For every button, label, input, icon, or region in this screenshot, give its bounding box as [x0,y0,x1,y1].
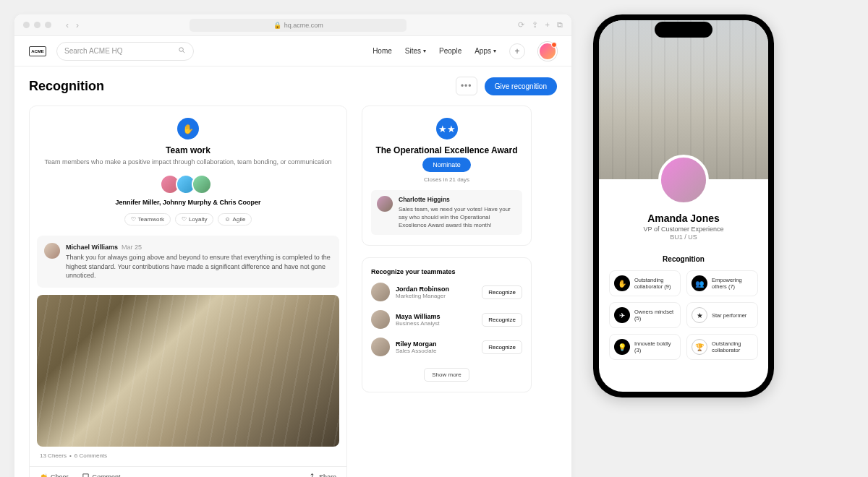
search-input[interactable]: Search ACME HQ [56,42,194,61]
teammate-row: Maya Williams Business Analyst Recognize [371,310,522,329]
profile-avatar[interactable] [658,155,709,205]
tabs-icon[interactable]: ⧉ [557,20,563,30]
quote-author[interactable]: Charlotte Higgins [399,196,516,205]
chrome-controls: ⟳ ⇪ + ⧉ [518,20,563,30]
recognize-button[interactable]: Recognize [482,313,522,327]
cheer-button[interactable]: 👏 Cheer [40,473,69,477]
maximize-light[interactable] [45,22,51,28]
notification-dot [551,42,557,48]
app-header: ACME Search ACME HQ Home Sites▾ People A… [14,36,571,66]
page-header: Recognition ••• Give recognition [29,77,557,95]
nav-menu: Home Sites▾ People Apps▾ + [373,42,557,61]
teamwork-badge-icon: ✋ [177,118,199,139]
chevron-down-icon: ▾ [423,48,426,54]
browser-window: ‹ › 🔒 hq.acme.com ⟳ ⇪ + ⧉ ACME Search AC… [14,14,571,477]
badge-item[interactable]: 👥Empowering others (7) [686,270,758,296]
badge-item[interactable]: 💡Innovate boldly (3) [609,334,681,360]
browser-chrome: ‹ › 🔒 hq.acme.com ⟳ ⇪ + ⧉ [14,14,571,36]
plane-icon: ✈ [614,307,630,323]
page-title: Recognition [29,79,456,94]
side-column: ★★ The Operational Excellence Award Nomi… [362,106,532,392]
comment-icon [82,473,90,477]
nav-sites[interactable]: Sites▾ [405,47,426,55]
share-icon[interactable]: ⇪ [532,20,538,30]
logo[interactable]: ACME [29,46,46,56]
award-card: ★★ The Operational Excellence Award Nomi… [362,106,532,246]
url-text: hq.acme.com [284,22,323,29]
quote-text: Sales team, we need your votes! Have you… [399,206,511,228]
avatar[interactable] [192,174,212,194]
recognize-button[interactable]: Recognize [482,340,522,354]
heart-icon: ♡ [182,216,187,223]
lock-icon: 🔒 [273,22,281,29]
comments-count[interactable]: 6 Comments [75,452,107,459]
nav-apps[interactable]: Apps▾ [475,47,496,55]
more-button[interactable]: ••• [456,77,477,95]
commenter-avatar[interactable] [44,243,60,259]
teammate-row: Riley Morgan Sales Associate Recognize [371,338,522,356]
trophy-icon: 🏆 [692,339,707,355]
bulb-icon: 💡 [614,339,630,355]
badge-item[interactable]: ★Star performer [686,302,758,328]
teammate-row: Jordan Robinson Marketing Manager Recogn… [371,283,522,301]
people-icon: 👥 [692,275,707,291]
teammate-role: Business Analyst [396,320,476,327]
give-recognition-button[interactable]: Give recognition [485,77,557,95]
reload-icon[interactable]: ⟳ [518,20,524,30]
avatar[interactable] [371,338,390,356]
phone-mockup: Amanda Jones VP of Customer Experience B… [593,14,774,398]
award-closes: Closes in 21 days [371,176,522,183]
svg-point-0 [179,48,184,52]
show-more-button[interactable]: Show more [424,368,469,382]
search-icon [178,46,186,56]
profile-avatar[interactable] [538,42,557,61]
nav-people[interactable]: People [439,47,461,55]
tag-agile[interactable]: ☺Agile [218,213,252,225]
comment-text: Thank you for always going above and bey… [66,254,331,279]
comment-button[interactable]: Comment [82,473,121,477]
tag-loyalty[interactable]: ♡Loyalty [175,213,213,225]
recognized-avatars [30,174,346,194]
forward-icon[interactable]: › [76,20,79,30]
badge-item[interactable]: ✈Owners mindset (5) [609,302,681,328]
teammate-role: Marketing Manager [396,293,476,299]
post-badge-desc: Team members who make a positive impact … [44,158,332,167]
teammate-name[interactable]: Riley Morgan [396,340,476,348]
traffic-lights [23,22,51,28]
avatar[interactable] [371,310,390,329]
chevron-down-icon: ▾ [493,48,496,54]
teammates-card: Recognize your teammates Jordan Robinson… [362,257,532,392]
comment-date: Mar 25 [122,244,142,251]
post-image[interactable] [37,295,339,447]
close-light[interactable] [23,22,30,28]
badge-item[interactable]: 🏆Outstanding collaborator [686,334,758,360]
phone-notch [655,22,712,38]
quote-avatar[interactable] [377,196,393,212]
url-bar[interactable]: 🔒 hq.acme.com [190,19,407,32]
share-button[interactable]: Share [308,473,336,477]
badge-item[interactable]: ✋Outstanding collaborator (9) [609,270,681,296]
nominate-button[interactable]: Nominate [422,158,471,172]
teammate-name[interactable]: Maya Williams [396,313,476,320]
cheers-count[interactable]: 13 Cheers [40,452,67,459]
teammate-name[interactable]: Jordan Robinson [396,285,476,293]
post-actions: 👏 Cheer Comment [30,466,346,477]
smile-icon: ☺ [224,216,230,223]
post-stats: 13 Cheers • 6 Comments [30,452,346,466]
award-badge-icon: ★★ [436,118,458,139]
teammates-heading: Recognize your teammates [371,268,522,275]
share-icon [308,473,316,477]
recognize-button[interactable]: Recognize [482,285,522,299]
back-icon[interactable]: ‹ [66,20,69,30]
add-button[interactable]: + [509,43,525,59]
award-title: The Operational Excellence Award [371,145,522,155]
commenter-name[interactable]: Michael Williams [66,244,118,251]
nav-arrows: ‹ › [66,20,79,30]
newtab-icon[interactable]: + [545,20,550,30]
search-placeholder: Search ACME HQ [64,47,123,55]
tag-teamwork[interactable]: ♡Teamwork [124,213,171,225]
minimize-light[interactable] [34,22,41,28]
recognized-names: Jennifer Miller, Johnny Murphy & Chris C… [30,199,346,206]
avatar[interactable] [371,283,390,301]
nav-home[interactable]: Home [373,47,392,55]
